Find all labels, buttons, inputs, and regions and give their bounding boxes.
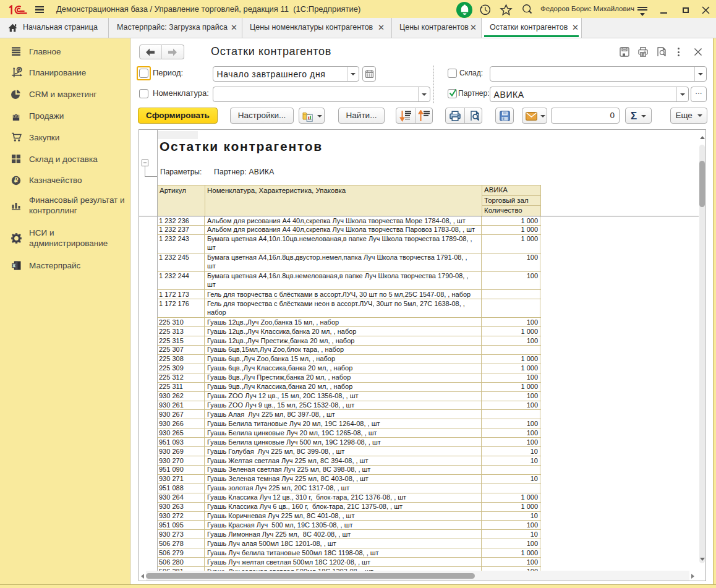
svg-text:₽: ₽ bbox=[14, 177, 19, 184]
svg-text:₽: ₽ bbox=[18, 67, 21, 72]
